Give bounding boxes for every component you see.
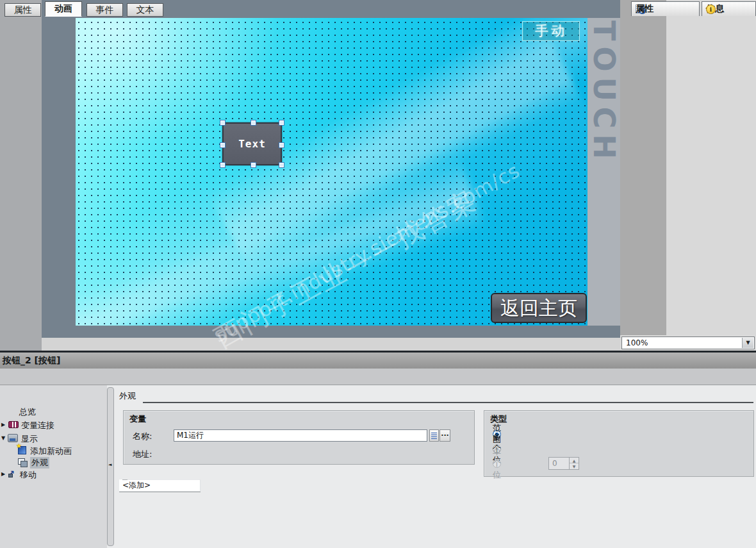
properties-panel-label: 属性 [636, 3, 653, 15]
tag-groupbox: 变量 名称: M1运行 ... 地址: [123, 410, 475, 465]
list-icon [431, 433, 437, 439]
selection-handle[interactable] [251, 120, 256, 126]
return-home-button[interactable]: 返回主页 [491, 293, 587, 323]
tab-text[interactable]: 文本 [127, 3, 163, 17]
spinner-value: 0 [552, 459, 557, 468]
pane-splitter[interactable]: ◄ [107, 387, 114, 546]
tree-label: 移动 [20, 469, 37, 481]
zoom-select[interactable]: 100% ▼ [621, 336, 755, 349]
inspector-titlebar: 按钮_2 [按钮] [0, 353, 756, 369]
collapse-pane-icon[interactable]: ◄ [108, 462, 111, 467]
add-animation-icon [18, 446, 26, 454]
tab-properties[interactable]: 属性 [4, 3, 41, 17]
tree-item-tag-connections[interactable]: ▶ 变量连接 [0, 419, 107, 431]
text-button-label: Text [224, 124, 281, 164]
tree-item-appearance[interactable]: 外观 [0, 456, 107, 468]
address-label: 地址: [133, 449, 152, 460]
tree-item-movement[interactable]: ▶ ↗ 移动 [0, 469, 107, 480]
inspector-body: 总览 ▶ 变量连接 ▼ 显示 添加新动画 外观 ▶ ↗ [0, 385, 756, 548]
tree-label: 添加新动画 [30, 445, 72, 457]
left-margin [0, 0, 42, 351]
spin-up-icon: ▲ [570, 458, 579, 463]
hmi-screen[interactable]: 手动 Text 返回主页 [76, 18, 588, 326]
movement-icon: ↗ [8, 469, 18, 478]
expand-icon[interactable]: ▶ [1, 422, 5, 428]
section-rule [143, 402, 753, 403]
display-icon [8, 434, 18, 442]
manual-mode-button[interactable]: 手动 [522, 21, 580, 41]
tag-group-title: 变量 [129, 413, 146, 425]
selection-handle[interactable] [251, 162, 256, 168]
section-heading: 外观 [119, 390, 136, 402]
zoom-value: 100% [626, 338, 648, 347]
tag-name-input[interactable]: M1运行 [174, 429, 427, 442]
right-margin [620, 0, 666, 335]
tag-browse-button[interactable]: ... [440, 429, 450, 442]
screen-editor-canvas[interactable]: 手动 Text 返回主页 TOUCH [42, 0, 620, 338]
tree-label: 显示 [21, 433, 38, 445]
spin-down-icon: ▼ [570, 463, 579, 469]
selection-handle[interactable] [279, 120, 284, 126]
right-panel-gutter [666, 0, 756, 335]
info-badge-icon: i [706, 4, 716, 14]
appearance-icon [18, 458, 27, 466]
selection-handle[interactable] [220, 120, 226, 126]
tab-info-panel[interactable]: i 信息 i [702, 1, 756, 16]
tag-list-button[interactable] [429, 429, 439, 442]
grid-dots [76, 18, 588, 326]
tree-label: 总览 [19, 406, 36, 418]
tree-label-selected: 外观 [30, 457, 49, 469]
selection-handle[interactable] [279, 162, 284, 168]
selected-text-button[interactable]: Text [222, 122, 282, 165]
tab-events[interactable]: 事件 [86, 3, 123, 17]
selection-handle[interactable] [220, 142, 226, 148]
touch-label: TOUCH [588, 19, 620, 327]
animation-tree: 总览 ▶ 变量连接 ▼ 显示 添加新动画 外观 ▶ ↗ [0, 385, 107, 548]
add-row-cell[interactable]: <添加> [119, 479, 201, 492]
bit-number-spinner: 0 ▲ ▼ [548, 457, 579, 470]
spinner-buttons: ▲ ▼ [569, 458, 579, 469]
tree-label: 变量连接 [21, 420, 54, 431]
canvas-bottom-band [42, 338, 620, 351]
collapse-icon[interactable]: ▼ [1, 435, 5, 441]
touch-template-strip: TOUCH [588, 18, 620, 326]
inspector-title: 按钮_2 [按钮] [3, 355, 60, 367]
radio-singlebit-label: 单个位 [493, 446, 501, 481]
tia-portal-hmi-editor: 手动 Text 返回主页 TOUCH 西门子工业——找答案 support.i [0, 0, 756, 548]
tree-item-overview[interactable]: 总览 [0, 406, 107, 417]
selection-handle[interactable] [279, 142, 284, 148]
appearance-pane: 外观 变量 名称: M1运行 ... 地址: 类型 范围 [114, 385, 756, 548]
tab-animation[interactable]: 动画 [45, 1, 82, 17]
type-groupbox: 类型 范围 多个位 单个位 0 ▲ ▼ [484, 410, 754, 477]
expand-icon[interactable]: ▶ [1, 471, 5, 477]
name-label: 名称: [133, 431, 152, 442]
tag-icon [8, 421, 19, 428]
empty-cell [119, 479, 201, 480]
dropdown-arrow-icon[interactable]: ▼ [742, 338, 753, 348]
tab-properties-panel[interactable]: 属性 [631, 1, 700, 16]
selection-handle[interactable] [220, 162, 226, 168]
inspector-tab-strip [0, 369, 756, 385]
empty-cell [119, 479, 122, 480]
tree-item-add-animation[interactable]: 添加新动画 [0, 445, 107, 456]
